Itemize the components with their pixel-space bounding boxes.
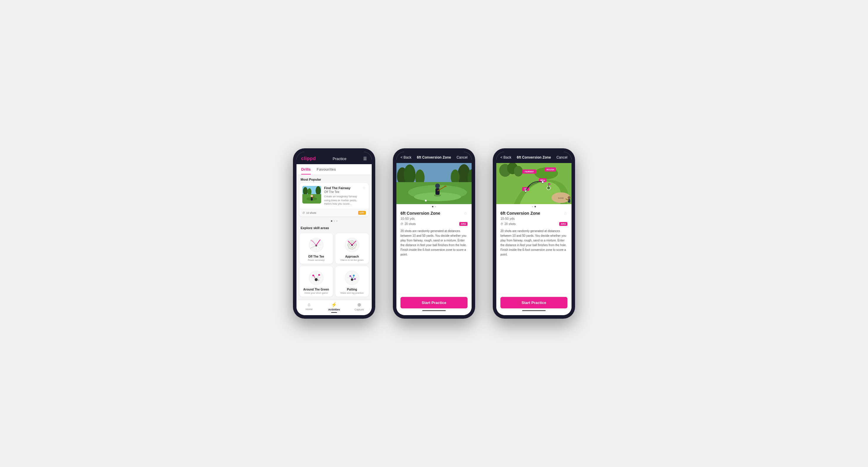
menu-icon[interactable]: ☰	[363, 156, 367, 161]
drill-content-3[interactable]: 6ft Conversion Zone ☆ 10-50 yds ⏱ 20 sho…	[496, 207, 571, 294]
dot-3	[336, 220, 338, 222]
skill-card-off-tee[interactable]: Off The Tee Power accuracy	[300, 233, 333, 264]
nav-capture-label: Capture	[354, 308, 364, 311]
practice-content[interactable]: Most Popular	[297, 175, 372, 300]
svg-point-70	[568, 196, 570, 199]
shots-info: ⏱ 10 shots	[302, 211, 316, 214]
approach-icon	[343, 236, 361, 254]
featured-drill-card[interactable]: Find The Fairway Off The Tee Create an i…	[300, 183, 369, 216]
back-button-3[interactable]: < Back	[500, 155, 511, 160]
putting-name: Putting	[347, 288, 357, 291]
svg-point-69	[541, 181, 544, 183]
tab-drills[interactable]: Drills	[301, 164, 311, 174]
phone-2-header: < Back 6ft Conversion Zone Cancel	[396, 152, 472, 163]
around-green-icon	[307, 269, 325, 287]
drill-description-3: 20 shots are randomly generated at dista…	[500, 229, 567, 257]
app-logo: clippd	[301, 156, 316, 161]
phone-1: clippd Practice ☰ Drills Favourites Most…	[293, 148, 375, 319]
tabs-bar: Drills Favourites	[297, 164, 372, 175]
skill-card-around-green[interactable]: Around The Green Hone your short game	[300, 266, 333, 297]
nav-home[interactable]: ⌂ Home	[297, 302, 321, 313]
featured-favorite-btn[interactable]: ☆	[363, 186, 366, 206]
start-practice-btn-3[interactable]: Start Practice	[500, 297, 567, 308]
phones-container: clippd Practice ☰ Drills Favourites Most…	[293, 148, 575, 319]
featured-thumbnail	[302, 186, 321, 204]
featured-subtitle: Off The Tee	[324, 190, 360, 194]
drill-title-3: 6ft Conversion Zone	[500, 211, 540, 215]
back-button-2[interactable]: < Back	[401, 155, 411, 160]
svg-point-39	[404, 165, 415, 185]
drill-shots-2: ⏱ 20 shots	[401, 222, 416, 226]
off-tee-name: Off The Tee	[308, 255, 324, 258]
header-title: Practice	[333, 157, 346, 161]
around-green-desc: Hone your short game	[304, 292, 328, 294]
home-icon: ⌂	[308, 302, 311, 307]
dot-1	[331, 220, 332, 222]
phone-2: < Back 6ft Conversion Zone Cancel	[393, 148, 475, 319]
featured-title: Find The Fairway	[324, 186, 360, 190]
approach-name: Approach	[345, 255, 359, 258]
drill-description-2: 20 shots are randomly generated at dista…	[401, 229, 467, 257]
bottom-nav: ⌂ Home ⚡ Activities ⊕ Capture	[297, 300, 372, 315]
phone-1-header: clippd Practice ☰	[297, 152, 372, 164]
svg-point-3	[316, 186, 321, 195]
phone-3: < Back 6ft Conversion Zone Cancel	[493, 148, 575, 319]
putting-icon	[343, 269, 361, 287]
tab-favourites[interactable]: Favourites	[317, 164, 336, 174]
skill-card-approach[interactable]: Approach Dial-in to hit the green	[335, 233, 369, 264]
most-popular-label: Most Popular	[297, 175, 372, 183]
nav-active-indicator	[331, 312, 337, 313]
svg-point-33	[351, 278, 353, 281]
cancel-button-3[interactable]: Cancel	[557, 155, 567, 160]
svg-point-6	[311, 195, 313, 197]
svg-rect-7	[311, 197, 313, 201]
featured-card-footer: ⏱ 10 shots OTT	[300, 209, 369, 216]
svg-point-1	[303, 187, 308, 195]
map-image: FAIRWAY ROUGH SAND Hit Miss	[496, 163, 571, 204]
nav-capture[interactable]: ⊕ Capture	[347, 302, 372, 313]
drill-tag-2: ARG	[459, 222, 467, 226]
nav-home-label: Home	[306, 308, 313, 311]
svg-text:ROUGH: ROUGH	[547, 169, 554, 171]
favorite-btn-2[interactable]: ☆	[464, 211, 467, 215]
putting-desc: Make and lag practice	[341, 292, 364, 294]
phone-3-bottom: Start Practice	[496, 294, 571, 315]
skill-card-putting[interactable]: Putting Make and lag practice	[335, 266, 369, 297]
phone-2-screen: < Back 6ft Conversion Zone Cancel	[396, 152, 472, 315]
nav-activities[interactable]: ⚡ Activities	[321, 302, 346, 313]
phone-2-bottom: Start Practice	[396, 294, 472, 315]
drill-header-title-2: 6ft Conversion Zone	[417, 155, 451, 160]
drill-range-3: 10-50 yds	[500, 217, 567, 220]
capture-icon: ⊕	[357, 302, 361, 307]
drill-meta-3: ⏱ 20 shots ARG	[500, 222, 567, 226]
clock-icon: ⏱	[302, 211, 305, 214]
drill-tag-3: ARG	[559, 222, 567, 226]
cancel-button-2[interactable]: Cancel	[457, 155, 467, 160]
phone-3-screen: < Back 6ft Conversion Zone Cancel	[496, 152, 571, 315]
svg-point-29	[318, 279, 319, 281]
svg-point-52	[434, 194, 441, 197]
drill-content-2[interactable]: 6ft Conversion Zone ☆ 10-50 yds ⏱ 20 sho…	[396, 207, 472, 294]
activities-icon: ⚡	[331, 302, 337, 307]
svg-point-36	[354, 278, 356, 280]
drill-image-2	[396, 163, 472, 204]
svg-rect-71	[568, 199, 570, 203]
drill-range-2: 10-50 yds	[401, 217, 467, 220]
golf-scene-image	[302, 186, 321, 204]
favorite-btn-3[interactable]: ☆	[564, 211, 567, 215]
svg-point-56	[514, 166, 523, 176]
svg-point-51	[425, 200, 427, 201]
nav-activities-label: Activities	[328, 308, 340, 311]
shots-clock-icon-2: ⏱	[401, 222, 403, 226]
home-indicator-2	[422, 310, 446, 311]
featured-desc: Create an imaginary fairway using trees …	[324, 195, 360, 206]
svg-point-50	[444, 186, 446, 187]
featured-info: Find The Fairway Off The Tee Create an i…	[324, 186, 360, 206]
start-practice-btn-2[interactable]: Start Practice	[401, 297, 467, 308]
drill-meta-2: ⏱ 20 shots ARG	[401, 222, 467, 226]
svg-text:SAND: SAND	[558, 197, 564, 199]
drill-header-title-3: 6ft Conversion Zone	[517, 155, 551, 160]
svg-point-27	[312, 275, 314, 276]
image-dots-3	[496, 204, 571, 207]
phone-1-screen: clippd Practice ☰ Drills Favourites Most…	[297, 152, 372, 315]
